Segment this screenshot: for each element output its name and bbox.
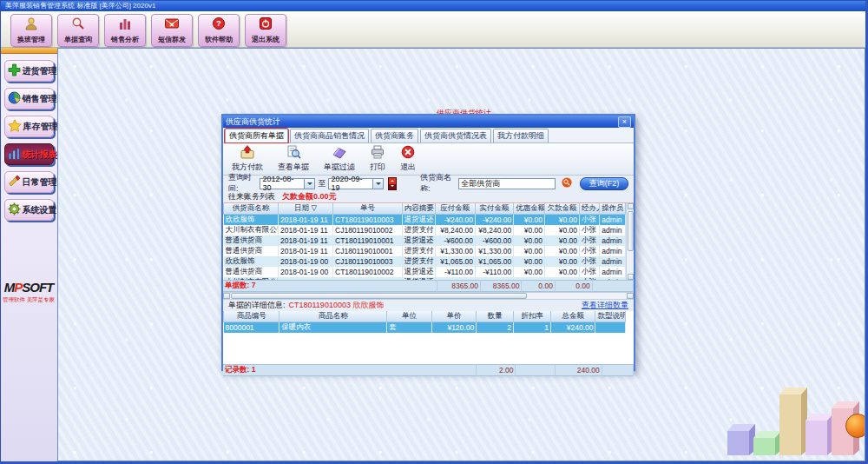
scroll-left-icon[interactable]	[223, 293, 230, 299]
total-discount: 0.00	[522, 281, 555, 292]
column-header[interactable]: 商品编号	[224, 311, 279, 322]
help-button[interactable]: ? 软件帮助	[198, 14, 240, 47]
bills-table-area: 供货商名称日期 ▽单号内容摘要应付金额实付金额优惠金额欠款金额经办人操作员 欣欣…	[223, 203, 634, 280]
brand-logo: MPSOFT 管理软件 美萍是专家	[0, 281, 57, 304]
filter-icon	[332, 145, 347, 161]
account-list-title: 往来账务列表	[228, 191, 275, 202]
supplier-name-input[interactable]: 全部供货商	[458, 178, 556, 189]
bill-detail-bar: 单据的详细信息: CT180119010003 欣欣服饰 查看详细数量	[223, 300, 634, 311]
table-row[interactable]: 欣欣服饰2018-01-19 11CT180119010003退货退还-¥240…	[224, 215, 626, 226]
column-header[interactable]: 数量	[477, 311, 514, 322]
sidebar-item-inventory[interactable]: 库存管理	[4, 116, 54, 137]
exit-icon	[400, 145, 416, 161]
tab-supplier-accounts[interactable]: 供货商账务	[371, 129, 418, 143]
bar-chart-icon	[117, 17, 133, 34]
plus-icon	[8, 63, 21, 78]
brush-icon	[8, 175, 21, 189]
column-header[interactable]: 折扣率	[514, 311, 551, 322]
table-row[interactable]: 大川制衣有限公司2018-01-19 11CJ180119010002进货支付¥…	[224, 225, 626, 235]
items-table-area: 商品编号商品名称单位单价数量折扣率总金额款型说明 8000001保暖内衣套¥12…	[223, 311, 634, 364]
bills-summary-row: 单据数: 7 8365.00 8365.00 0.00 0.00	[223, 280, 634, 292]
decorative-bar-chart	[720, 368, 859, 457]
scroll-right-icon[interactable]	[627, 293, 634, 299]
view-bill-button[interactable]: 查看单据	[278, 145, 309, 173]
column-header[interactable]: 总金额	[551, 311, 595, 322]
total-debt: 0.00	[555, 281, 592, 292]
horizontal-scrollbar[interactable]	[223, 292, 634, 300]
column-header[interactable]: 优惠金额	[514, 203, 545, 215]
column-header[interactable]: 单价	[431, 311, 476, 322]
tab-payment-detail[interactable]: 我方付款明细	[493, 129, 549, 143]
column-header[interactable]: 操作员	[600, 203, 626, 215]
chevron-down-icon[interactable]	[305, 178, 315, 189]
sales-analysis-button[interactable]: 销售分析	[104, 14, 146, 47]
query-f2-button[interactable]: 查询(F2)	[580, 177, 628, 190]
view-doc-icon	[286, 145, 301, 161]
vertical-scrollbar[interactable]	[626, 203, 634, 280]
supplier-search-icon[interactable]	[562, 177, 572, 189]
sms-broadcast-button[interactable]: 短信群发	[151, 14, 193, 47]
bill-filter-button[interactable]: 单据过滤	[324, 145, 355, 173]
table-row[interactable]: 普通供货商2018-01-19 11CT180119010001退货退还-¥60…	[224, 235, 626, 246]
scroll-down-icon[interactable]	[628, 274, 634, 280]
main-toolbar: 换班管理 单据查询 销售分析 短信群发 ? 软件帮助 退出系统	[0, 11, 868, 48]
column-header[interactable]: 日期 ▽	[279, 203, 333, 215]
debt-amount-text: 欠款金额0.00元	[282, 191, 337, 202]
sidebar-item-sales[interactable]: 销售管理	[4, 88, 54, 109]
power-icon	[258, 17, 273, 34]
column-header[interactable]: 单号	[333, 203, 403, 215]
record-count: 记录数: 1	[223, 365, 477, 376]
window-titlebar: 美萍服装销售管理系统 标准版 [美萍公司] 2020v1	[0, 0, 868, 11]
sidebar-item-settings[interactable]: 系统设置	[4, 199, 54, 221]
scrollbar-thumb[interactable]	[231, 293, 527, 299]
scrollbar-thumb[interactable]	[628, 211, 634, 251]
tab-supply-report[interactable]: 供货商供货情况表	[420, 129, 491, 143]
column-header[interactable]: 实付金额	[475, 203, 513, 215]
payment-icon	[240, 145, 255, 161]
our-payment-button[interactable]: 我方付款	[232, 145, 263, 173]
table-row[interactable]: 大川制衣有限公司2018-01-19 00CT180119010004退货退还-…	[224, 277, 626, 280]
dialog-exit-button[interactable]: 退出	[400, 145, 416, 173]
items-header-row: 商品编号商品名称单位单价数量折扣率总金额款型说明	[224, 311, 626, 322]
search-icon	[70, 17, 86, 34]
total-paid: 8365.00	[481, 281, 522, 292]
date-from-picker[interactable]: 2012-08-30	[260, 178, 315, 189]
items-table: 商品编号商品名称单位单价数量折扣率总金额款型说明 8000001保暖内衣套¥12…	[223, 311, 626, 333]
table-row[interactable]: 普通供货商2018-01-19 00CT180119010002退货退还-¥11…	[224, 267, 626, 277]
chevron-down-icon[interactable]	[373, 178, 384, 189]
table-row[interactable]: 欣欣服饰2018-01-19 00CJ180119010003进货支付¥1,06…	[224, 256, 626, 267]
close-icon[interactable]: ×	[618, 116, 631, 128]
tab-product-sales[interactable]: 供货商商品销售情况	[290, 129, 369, 143]
column-header[interactable]: 商品名称	[279, 311, 387, 322]
scroll-up-icon[interactable]	[628, 203, 634, 209]
table-row[interactable]: 8000001保暖内衣套¥120.0021¥240.00	[224, 322, 626, 334]
shift-manage-button[interactable]: 换班管理	[10, 14, 52, 47]
column-header[interactable]: 款型说明	[595, 311, 626, 322]
tab-all-bills[interactable]: 供货商所有单据	[225, 129, 288, 143]
date-to-picker[interactable]: 2020-09-19	[328, 178, 384, 189]
print-button[interactable]: 打印	[370, 145, 385, 173]
help-icon: ?	[211, 17, 227, 34]
exit-system-button[interactable]: 退出系统	[245, 14, 286, 47]
sidebar-item-daily[interactable]: 日常管理	[4, 171, 54, 193]
column-header[interactable]: 内容摘要	[402, 203, 435, 215]
column-header[interactable]: 经办人	[580, 203, 600, 215]
query-bar: 查询时间: 2012-08-30 至 2020-09-19 供货商名称: 全部供…	[223, 176, 634, 191]
column-header[interactable]: 供货商名称	[224, 203, 279, 215]
account-section-header: 往来账务列表 欠款金额0.00元	[223, 191, 634, 203]
view-detail-qty-link[interactable]: 查看详细数量	[582, 300, 628, 311]
svg-text:?: ?	[216, 18, 221, 28]
bills-header-row: 供货商名称日期 ▽单号内容摘要应付金额实付金额优惠金额欠款金额经办人操作员	[224, 203, 626, 215]
brand-tagline: 管理软件 美萍是专家	[3, 295, 56, 303]
sidebar-item-purchase[interactable]: 进货管理	[4, 60, 54, 82]
column-header[interactable]: 单位	[387, 311, 431, 322]
dialog-tabs: 供货商所有单据 供货商商品销售情况 供货商账务 供货商供货情况表 我方付款明细	[223, 128, 634, 143]
bill-count: 单据数: 7	[223, 281, 437, 292]
doc-query-button[interactable]: 单据查询	[57, 14, 99, 47]
column-header[interactable]: 欠款金额	[545, 203, 580, 215]
sidebar-item-reports[interactable]: 统计报表	[4, 143, 54, 165]
total-qty: 2.00	[477, 365, 516, 376]
date-spinner[interactable]	[388, 177, 397, 190]
table-row[interactable]: 普通供货商2018-01-19 11CJ180119010001进货支付¥1,3…	[224, 246, 626, 256]
column-header[interactable]: 应付金额	[435, 203, 475, 215]
